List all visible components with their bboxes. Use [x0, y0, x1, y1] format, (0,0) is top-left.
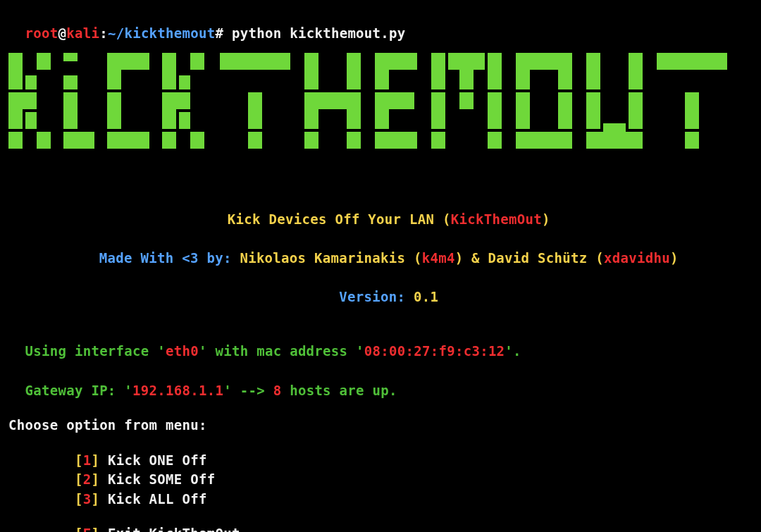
svg-rect-34 [347, 132, 361, 149]
menu-item[interactable]: [3] Kick ALL Off [8, 490, 753, 509]
version-line: Version: 0.1 [8, 268, 753, 307]
authors-close: ) [670, 250, 679, 266]
bracket-open: [ [75, 471, 83, 487]
interface-line: Using interface 'eth0' with mac address … [8, 323, 753, 361]
sep [99, 452, 108, 468]
ascii-banner [8, 53, 753, 178]
author1-handle: k4m4 [422, 250, 455, 266]
menu-item[interactable]: [2] Kick SOME Off [8, 470, 753, 490]
svg-rect-32 [347, 109, 361, 129]
author1-name: Nikolaos Kamarinakis ( [240, 250, 421, 266]
svg-rect-56 [629, 53, 643, 89]
menu-label: Kick SOME Off [108, 471, 216, 487]
svg-rect-3 [8, 92, 23, 129]
mac-address: 08:00:27:f9:c3:12 [364, 343, 505, 359]
svg-rect-43 [459, 70, 474, 89]
svg-rect-1 [37, 53, 51, 70]
authors-prefix: Made With <3 by: [99, 250, 240, 266]
svg-rect-48 [488, 132, 502, 149]
spacer [8, 307, 753, 323]
svg-rect-19 [179, 75, 190, 89]
svg-rect-10 [63, 92, 78, 129]
svg-rect-46 [459, 92, 474, 109]
svg-rect-18 [190, 53, 204, 70]
svg-rect-54 [516, 132, 572, 149]
svg-rect-7 [37, 132, 51, 149]
sep [99, 471, 108, 487]
gw-mid: ' --> [223, 383, 273, 398]
svg-rect-29 [347, 53, 361, 89]
svg-rect-47 [431, 132, 445, 149]
indent [8, 471, 75, 487]
gw-pre: Gateway IP: ' [25, 383, 132, 398]
menu-item[interactable]: [E] Exit KickThemOut [8, 524, 753, 532]
svg-rect-53 [558, 92, 572, 129]
bracket-close: ] [91, 526, 99, 532]
menu-key: 3 [83, 491, 92, 507]
sep [99, 526, 108, 532]
svg-rect-33 [304, 132, 318, 149]
indent [8, 452, 75, 468]
iface-name: eth0 [166, 343, 199, 359]
svg-rect-2 [25, 75, 37, 89]
svg-rect-58 [629, 92, 643, 129]
bracket-close: ] [91, 452, 99, 468]
iface-pre: Using interface ' [25, 343, 166, 359]
menu-key: E [83, 526, 92, 532]
svg-rect-26 [248, 92, 262, 129]
iface-post: '. [505, 343, 521, 359]
indent [8, 491, 75, 507]
svg-rect-60 [603, 123, 626, 132]
svg-rect-24 [190, 132, 204, 149]
svg-rect-17 [162, 53, 176, 89]
iface-mid: ' with mac address ' [199, 343, 364, 359]
bracket-close: ] [91, 491, 99, 507]
tagline-text: Kick Devices Off Your LAN ( [228, 211, 451, 227]
svg-rect-9 [63, 75, 78, 89]
sep [99, 491, 108, 507]
author2-handle: xdavidhu [604, 250, 670, 266]
svg-rect-37 [375, 92, 414, 109]
bracket-close: ] [91, 471, 99, 487]
svg-rect-13 [107, 53, 149, 70]
menu-heading: Choose option from menu: [8, 416, 753, 435]
gw-ip: 192.168.1.1 [132, 383, 223, 398]
svg-rect-12 [63, 132, 78, 149]
indent [8, 526, 75, 532]
tagline-appname: KickThemOut [451, 211, 542, 227]
authors-line: Made With <3 by: Nikolaos Kamarinakis (k… [8, 230, 753, 268]
prompt-command: python kickthemout.py [232, 25, 406, 41]
prompt-user: root [25, 25, 58, 41]
version-value: 0.1 [414, 289, 438, 304]
tagline: Kick Devices Off Your LAN (KickThemOut) [8, 191, 753, 230]
spacer [8, 400, 753, 416]
svg-rect-4 [23, 92, 37, 109]
svg-rect-50 [516, 70, 530, 89]
bracket-open: [ [75, 452, 83, 468]
svg-rect-5 [25, 112, 37, 129]
menu-label: Exit KickThemOut [108, 526, 240, 532]
bracket-open: [ [75, 491, 83, 507]
svg-rect-63 [685, 132, 699, 149]
menu-key: 2 [83, 471, 92, 487]
svg-rect-30 [304, 92, 361, 109]
svg-rect-15 [107, 92, 121, 129]
svg-rect-20 [162, 92, 176, 129]
svg-rect-59 [586, 132, 643, 149]
svg-rect-44 [431, 92, 445, 129]
svg-rect-61 [657, 53, 727, 70]
hosts-count: 8 [273, 383, 282, 398]
svg-rect-28 [304, 53, 318, 89]
menu-item[interactable]: [1] Kick ONE Off [8, 451, 753, 471]
prompt-path: ~/kickthemout [108, 25, 216, 41]
menu-label: Kick ONE Off [108, 452, 207, 468]
svg-rect-31 [304, 109, 318, 129]
menu-block: [1] Kick ONE Off [2] Kick SOME Off [3] K… [8, 451, 753, 532]
spacer [8, 435, 753, 451]
svg-rect-55 [586, 53, 600, 89]
svg-rect-38 [375, 109, 389, 129]
svg-rect-39 [375, 132, 417, 149]
bracket-open: [ [75, 526, 83, 532]
prompt-hash: # [216, 25, 224, 41]
svg-rect-25 [220, 53, 290, 70]
